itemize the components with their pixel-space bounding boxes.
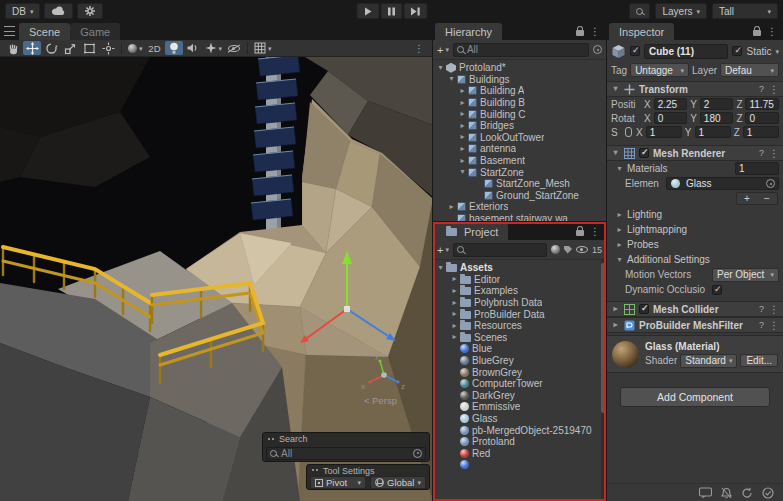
foldout-icon[interactable] bbox=[450, 275, 459, 283]
project-item[interactable]: ComputerTower bbox=[433, 378, 606, 390]
lock-icon[interactable] bbox=[576, 30, 584, 36]
project-item[interactable]: DarkGrey bbox=[433, 390, 606, 402]
scene-visibility-button[interactable] bbox=[225, 41, 243, 55]
scene-audio-button[interactable] bbox=[184, 41, 202, 55]
2d-toggle-button[interactable]: 2D bbox=[146, 41, 164, 55]
hierarchy-item[interactable]: basement stairway wa bbox=[433, 213, 606, 221]
lightmapping-foldout[interactable]: ▸ Lightmapping bbox=[607, 222, 783, 237]
services-button[interactable] bbox=[77, 3, 103, 19]
tool-settings-header[interactable]: Tool Settings bbox=[307, 465, 429, 476]
view-tool-button[interactable] bbox=[4, 41, 22, 55]
hierarchy-item[interactable]: antenna bbox=[433, 143, 606, 155]
additional-settings-foldout[interactable]: ▾ Additional Settings bbox=[607, 252, 783, 267]
kebab-icon[interactable]: ⋮ bbox=[590, 226, 600, 237]
foldout-icon[interactable] bbox=[458, 145, 467, 153]
hierarchy-item[interactable]: Building A bbox=[433, 85, 606, 97]
hierarchy-item[interactable]: Buildings bbox=[433, 74, 606, 86]
scrollbar-thumb[interactable] bbox=[601, 263, 606, 413]
foldout-icon[interactable] bbox=[458, 157, 467, 165]
foldout-icon[interactable] bbox=[450, 333, 459, 341]
pane-menu-icon[interactable] bbox=[4, 26, 15, 37]
tab-hierarchy[interactable]: Hierarchy bbox=[435, 23, 502, 40]
play-button[interactable] bbox=[356, 3, 379, 19]
scale-z-field[interactable]: 1 bbox=[743, 126, 779, 139]
project-item[interactable]: Protoland bbox=[433, 436, 606, 448]
picker-icon[interactable] bbox=[413, 449, 422, 458]
layer-dropdown[interactable]: Defau ▾ bbox=[720, 63, 779, 77]
search-overlay-header[interactable]: Search bbox=[263, 433, 429, 445]
hierarchy-item[interactable]: Building C bbox=[433, 108, 606, 120]
grid-settings-dropdown[interactable]: ▾ bbox=[252, 41, 274, 55]
project-item[interactable]: ProBuilder Data bbox=[433, 308, 606, 320]
project-item[interactable]: Emmissive bbox=[433, 401, 606, 413]
foldout-icon[interactable] bbox=[450, 299, 459, 307]
material-preview-header[interactable]: Glass (Material) Shader Standard ▾ Edit.… bbox=[607, 335, 783, 373]
hierarchy-item[interactable]: StartZone_Mesh bbox=[433, 178, 606, 190]
help-icon[interactable]: ? bbox=[759, 148, 764, 158]
object-picker-icon[interactable] bbox=[766, 179, 775, 188]
project-item[interactable]: Blue bbox=[433, 343, 606, 355]
position-y-field[interactable]: 2 bbox=[700, 98, 734, 111]
foldout-icon[interactable] bbox=[436, 264, 445, 272]
kebab-icon[interactable]: ⋮ bbox=[590, 26, 600, 37]
hierarchy-item[interactable]: Ground_StartZone bbox=[433, 190, 606, 202]
orientation-dropdown[interactable]: Global ▾ bbox=[370, 476, 426, 489]
hidden-packages-eye-icon[interactable] bbox=[576, 246, 588, 253]
layout-dropdown[interactable]: Tall ▾ bbox=[712, 3, 778, 19]
kebab-icon[interactable]: ⋮ bbox=[767, 26, 777, 37]
move-tool-button[interactable] bbox=[23, 41, 41, 55]
drag-handle-icon[interactable] bbox=[311, 468, 319, 473]
project-scrollbar[interactable] bbox=[601, 260, 606, 501]
hierarchy-item[interactable]: StartZone bbox=[433, 166, 606, 178]
project-item[interactable] bbox=[433, 459, 606, 471]
scene-lighting-button[interactable] bbox=[165, 41, 183, 55]
console-message-icon[interactable] bbox=[699, 487, 712, 499]
probes-foldout[interactable]: ▸ Probes bbox=[607, 237, 783, 252]
project-item[interactable]: Examples bbox=[433, 285, 606, 297]
edit-shader-button[interactable]: Edit... bbox=[740, 354, 778, 367]
layers-dropdown[interactable]: Layers ▾ bbox=[655, 3, 707, 19]
project-search-input[interactable] bbox=[453, 243, 547, 257]
probuilder-meshfilter-header[interactable]: ▸ ProBuilder MeshFilter ? ⋮ bbox=[607, 317, 783, 333]
foldout-icon[interactable] bbox=[458, 99, 467, 107]
add-material-button[interactable]: + bbox=[744, 193, 750, 204]
add-component-button[interactable]: Add Component bbox=[620, 387, 770, 407]
foldout-icon[interactable]: ▸ bbox=[615, 226, 624, 234]
project-item[interactable]: Resources bbox=[433, 320, 606, 332]
scale-x-field[interactable]: 1 bbox=[646, 126, 682, 139]
drag-handle-icon[interactable] bbox=[267, 437, 275, 442]
foldout-icon[interactable]: ▾ bbox=[611, 149, 620, 157]
scale-y-field[interactable]: 1 bbox=[695, 126, 731, 139]
tab-game[interactable]: Game bbox=[70, 23, 120, 40]
foldout-icon[interactable] bbox=[450, 287, 459, 295]
hierarchy-item[interactable]: Bridges bbox=[433, 120, 606, 132]
step-button[interactable] bbox=[403, 3, 427, 19]
rotation-x-field[interactable]: 0 bbox=[654, 112, 688, 125]
filter-by-type-icon[interactable] bbox=[551, 245, 560, 254]
link-scale-icon[interactable] bbox=[625, 127, 632, 137]
project-item[interactable]: Editor bbox=[433, 274, 606, 286]
search-button[interactable] bbox=[629, 3, 650, 19]
static-checkbox[interactable] bbox=[732, 46, 742, 56]
rotation-z-field[interactable]: 0 bbox=[745, 112, 779, 125]
help-icon[interactable]: ? bbox=[759, 84, 764, 94]
hierarchy-item[interactable]: LookOutTower bbox=[433, 132, 606, 144]
kebab-icon[interactable]: ⋮ bbox=[769, 84, 779, 95]
pivot-dropdown[interactable]: Pivot ▾ bbox=[310, 476, 366, 489]
foldout-icon[interactable]: ▸ bbox=[611, 305, 620, 313]
lock-icon[interactable] bbox=[753, 30, 761, 36]
rotate-tool-button[interactable] bbox=[42, 41, 60, 55]
kebab-icon[interactable]: ⋮ bbox=[769, 304, 779, 315]
foldout-icon[interactable] bbox=[458, 122, 467, 130]
project-item[interactable]: BrownGrey bbox=[433, 366, 606, 378]
active-checkbox[interactable] bbox=[630, 46, 640, 56]
pause-button[interactable] bbox=[380, 3, 402, 19]
project-item[interactable]: BlueGrey bbox=[433, 355, 606, 367]
tab-project[interactable]: Project bbox=[435, 223, 508, 240]
foldout-icon[interactable]: ▾ bbox=[615, 165, 624, 173]
lock-icon[interactable] bbox=[576, 230, 584, 236]
hierarchy-item[interactable]: Exteriors bbox=[433, 201, 606, 213]
search-picker-icon[interactable] bbox=[593, 45, 602, 54]
transform-tool-button[interactable] bbox=[99, 41, 117, 55]
remove-material-button[interactable]: − bbox=[764, 193, 770, 204]
